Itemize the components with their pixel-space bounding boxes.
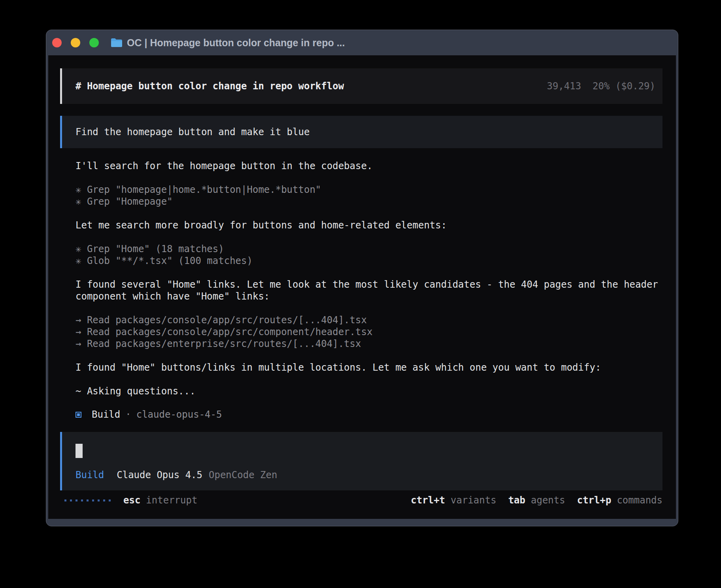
session-stats: 39,413 20% ($0.29) [547,81,655,92]
tool-call-group: ✳ Grep "Home" (18 matches) ✳ Glob "**/*.… [60,243,662,267]
agent-task-line: Build · claude-opus-4-5 [60,409,662,420]
tool-call-line: → Read packages/console/app/src/routes/[… [75,314,662,326]
agent-separator: · [125,409,131,420]
tool-call-line: ✳ Grep "Homepage" [75,196,662,207]
hint-agents: tab agents [508,495,565,506]
close-button[interactable] [52,38,62,47]
prompt-mode: Build [75,469,104,481]
tool-call-group: → Read packages/console/app/src/routes/[… [60,314,662,350]
prompt-model: Claude Opus 4.5 [117,469,202,481]
shortcut-hints: ctrl+t variants tab agents ctrl+p comman… [411,495,662,506]
tool-call-line: ✳ Grep "Home" (18 matches) [75,243,662,255]
tool-call-line: → Read packages/enterprise/src/routes/[.… [75,338,662,350]
assistant-text: I'll search for the homepage button in t… [60,160,662,172]
text-cursor [75,444,83,458]
esc-key-hint: esc [123,495,140,506]
assistant-text: Let me search more broadly for buttons a… [60,219,662,231]
window-bottom-edge [46,519,678,526]
prompt-input[interactable]: Build Claude Opus 4.5 OpenCode Zen [60,432,662,490]
tool-call-group: ✳ Grep "homepage|home.*button|Home.*butt… [60,184,662,207]
terminal-content: # Homepage button color change in repo w… [48,55,676,519]
assistant-text: I found "Home" buttons/links in multiple… [60,362,662,373]
session-title: # Homepage button color change in repo w… [75,81,344,92]
esc-key-label: interrupt [146,495,197,506]
minimize-button[interactable] [71,38,80,47]
assistant-text: I found several "Home" links. Let me loo… [60,279,662,302]
agent-model: claude-opus-4-5 [136,409,222,420]
hint-commands: ctrl+p commands [577,495,662,506]
window-title: OC | Homepage button color change in rep… [127,37,345,49]
agent-icon [75,412,81,418]
status-bar: esc interrupt ctrl+t variants tab agents… [60,494,662,506]
user-message-text: Find the homepage button and make it blu… [75,126,310,138]
tool-call-line: ✳ Grep "homepage|home.*button|Home.*butt… [75,184,662,196]
tool-call-line: ✳ Glob "**/*.tsx" (100 matches) [75,255,662,267]
agent-name: Build [92,409,120,420]
hint-variants: ctrl+t variants [411,495,496,506]
prompt-provider: OpenCode Zen [209,469,277,481]
progress-dots-icon [64,499,111,501]
folder-icon [111,38,123,47]
prompt-meta: Build Claude Opus 4.5 OpenCode Zen [75,469,662,481]
terminal-window: OC | Homepage button color change in rep… [46,30,678,526]
tool-call-line: → Read packages/console/app/src/componen… [75,326,662,338]
titlebar[interactable]: OC | Homepage button color change in rep… [46,30,678,55]
zoom-button[interactable] [89,38,99,47]
user-message: Find the homepage button and make it blu… [60,116,662,148]
session-header: # Homepage button color change in repo w… [60,68,662,104]
assistant-status-text: ~ Asking questions... [60,385,662,397]
